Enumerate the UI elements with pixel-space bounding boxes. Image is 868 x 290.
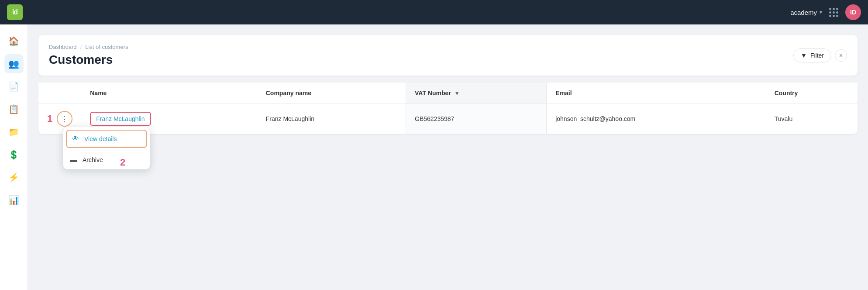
row-menu-button[interactable] [57,111,72,127]
sidebar-item-home[interactable]: 🏠 [4,31,24,51]
table-card: Name Company name VAT Number ▼ Email Cou… [38,83,858,134]
table-row: 1 👁 View details 2 [38,104,858,134]
archive-item[interactable]: ▬ Archive [63,151,150,169]
cell-company-name: Franz McLaughlin [257,104,406,134]
breadcrumb: Dashboard / List of customers [49,44,128,50]
table-header-row: Name Company name VAT Number ▼ Email Cou… [38,83,858,104]
archive-icon: ▬ [70,156,77,164]
col-vat-number[interactable]: VAT Number ▼ [406,83,547,104]
col-actions [38,83,81,104]
col-country: Country [766,83,858,104]
breadcrumb-dashboard[interactable]: Dashboard [49,44,77,50]
step1-label: 1 [47,113,52,124]
avatar[interactable]: ID [845,4,861,20]
navbar: id academy ▾ ID [0,0,868,24]
sidebar-item-customers[interactable]: 👥 [4,54,24,73]
cell-vat-number: GB562235987 [406,104,547,134]
page-header-card: Dashboard / List of customers Customers … [38,35,858,76]
sidebar-item-orders[interactable]: 📋 [4,100,24,119]
eye-icon: 👁 [72,135,79,143]
app-body: 🏠 👥 📄 📋 📁 💲 ⚡ 📊 Dashboard / List of cust… [0,24,868,290]
sidebar-item-files[interactable]: 📁 [4,122,24,142]
filter-close-button[interactable]: × [835,49,847,62]
sidebar-item-pricing[interactable]: 💲 [4,145,24,164]
filter-label: Filter [810,52,824,59]
sort-arrow-icon: ▼ [455,90,460,97]
col-name: Name [81,83,257,104]
cell-country: Tuvalu [766,104,858,134]
workspace-name: academy [790,9,817,16]
view-details-label: View details [84,135,117,142]
step2-label: 2 [120,157,125,168]
apps-grid-icon[interactable] [829,8,838,17]
sidebar-item-automations[interactable]: ⚡ [4,168,24,187]
cell-email: johnson_schultz@yahoo.com [547,104,766,134]
app-logo: id [7,4,23,20]
workspace-selector[interactable]: academy ▾ [790,9,822,16]
page-header-left: Dashboard / List of customers Customers [49,44,128,67]
filter-icon: ▼ [801,52,807,59]
row-actions-cell: 1 👁 View details 2 [38,104,81,134]
col-company-name: Company name [257,83,406,104]
archive-label: Archive [83,156,103,163]
col-email: Email [547,83,766,104]
sidebar-item-documents[interactable]: 📄 [4,77,24,96]
filter-button[interactable]: ▼ Filter [793,48,831,62]
navbar-left: id [7,4,23,20]
customers-table: Name Company name VAT Number ▼ Email Cou… [38,83,858,134]
sidebar: 🏠 👥 📄 📋 📁 💲 ⚡ 📊 [0,24,28,290]
navbar-right: academy ▾ ID [790,4,861,20]
sidebar-item-reports[interactable]: 📊 [4,190,24,210]
row-dropdown-menu: 👁 View details 2 ▬ Archive [63,127,150,169]
view-details-item[interactable]: 👁 View details 2 [66,130,147,148]
breadcrumb-separator: / [80,44,82,50]
customer-name-link[interactable]: Franz McLaughlin [90,112,151,126]
filter-group: ▼ Filter × [793,48,847,62]
main-content: Dashboard / List of customers Customers … [28,24,868,290]
breadcrumb-current: List of customers [85,44,128,50]
chevron-down-icon: ▾ [820,9,822,15]
page-title: Customers [49,53,128,67]
